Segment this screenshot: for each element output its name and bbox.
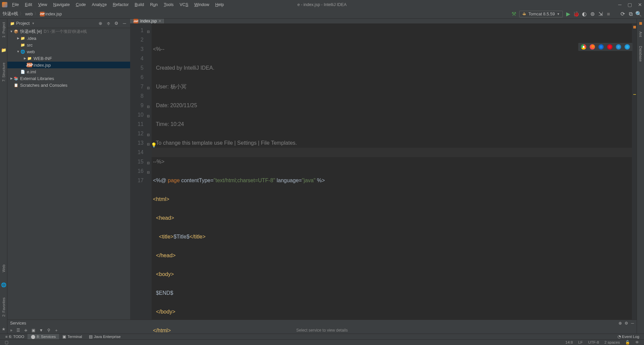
menu-navigate[interactable]: Navigate <box>51 2 72 7</box>
chevron-right-icon[interactable]: ▶ <box>23 57 27 60</box>
run-icon[interactable]: ▶ <box>566 11 571 17</box>
readonly-lock-icon[interactable]: 🔓 <box>623 340 633 345</box>
filter-icon[interactable]: ▼ <box>39 328 43 333</box>
fold-open-icon[interactable]: ⊟ <box>147 112 150 121</box>
tree-row-scratches[interactable]: 📋 Scratches and Consoles <box>7 82 130 88</box>
debug-icon[interactable]: 🐞 <box>574 11 579 17</box>
line-separator[interactable]: LF <box>576 340 585 344</box>
tab-web[interactable]: Web <box>1 263 6 274</box>
expand-icon[interactable]: » <box>10 328 12 333</box>
tree-row-root[interactable]: ▼ 📦 快递e栈 [e] D:\ -第一个项目\快递e栈 <box>7 28 130 35</box>
crumb-root[interactable]: 快递e栈 <box>3 11 18 17</box>
search-icon[interactable]: 🔍 <box>636 11 641 17</box>
gear-icon[interactable]: ⚙ <box>625 321 628 326</box>
group-icon[interactable]: ▣ <box>32 328 35 333</box>
hide-icon[interactable]: ─ <box>631 321 634 326</box>
star-icon[interactable]: ★ <box>1 325 6 334</box>
minimize-icon[interactable]: ─ <box>618 2 622 7</box>
crumb-web[interactable]: web <box>25 12 33 16</box>
coverage-icon[interactable]: ◐ <box>582 11 587 17</box>
inspection-indicator-icon[interactable] <box>639 22 642 25</box>
project-title[interactable]: Project <box>10 21 30 26</box>
run-configuration-dropdown[interactable]: ⛴ Tomcat 8.5.59 ▼ <box>519 11 563 17</box>
caret-position[interactable]: 14:8 <box>563 340 576 344</box>
menu-build[interactable]: Build <box>132 2 147 7</box>
fold-close-icon[interactable]: ⊟ <box>147 158 150 168</box>
fold-open-icon[interactable]: ⊟ <box>147 140 150 149</box>
indent-setting[interactable]: 2 spaces <box>602 340 623 344</box>
chevron-down-icon[interactable]: ▼ <box>32 22 35 25</box>
tree-icon[interactable]: ☰ <box>16 328 20 333</box>
code-area[interactable]: <%-- Created by IntelliJ IDEA. User: 杨小冥… <box>152 24 632 345</box>
chevron-right-icon[interactable]: ▶ <box>9 77 13 80</box>
search-everywhere-icon[interactable]: ⧉ <box>628 11 633 17</box>
chevron-down-icon[interactable]: ▼ <box>16 50 20 53</box>
fold-open-icon[interactable]: ⊟ <box>147 102 150 112</box>
tab-terminal[interactable]: ▣ Terminal <box>59 334 85 339</box>
fold-open-icon[interactable]: ⊟ <box>147 27 150 37</box>
fold-close-icon[interactable]: ⊟ <box>147 168 150 177</box>
warning-marker-icon[interactable] <box>633 94 636 95</box>
ide-status-icon[interactable]: ▢ <box>2 340 11 345</box>
chevron-down-icon[interactable]: ▼ <box>9 30 13 33</box>
tab-database[interactable]: Database <box>638 44 643 64</box>
crumb-file[interactable]: index.jsp <box>45 12 62 16</box>
globe-icon[interactable]: 🌐 <box>0 280 7 289</box>
menu-help[interactable]: Help <box>213 2 227 7</box>
tree-row-indexjsp[interactable]: JSP index.jsp <box>7 62 130 68</box>
profiler-icon[interactable]: ⊚ <box>590 11 595 17</box>
attach-icon[interactable]: ⇲ <box>598 11 603 17</box>
menu-view[interactable]: View <box>36 2 50 7</box>
maximize-icon[interactable]: ▢ <box>628 2 632 7</box>
add-icon[interactable]: ＋ <box>54 328 58 333</box>
expand-all-icon[interactable]: ≑ <box>105 20 111 26</box>
tree-row-webinf[interactable]: ▶ 📁 WEB-INF <box>7 55 130 62</box>
project-tree[interactable]: ▼ 📦 快递e栈 [e] D:\ -第一个项目\快递e栈 ▶ 📁 .idea 📁… <box>7 28 130 320</box>
tree-row-src[interactable]: 📁 src <box>7 42 130 48</box>
gear-icon[interactable]: ⚙ <box>113 20 119 26</box>
chevron-right-icon[interactable]: ▶ <box>16 37 20 40</box>
fold-close-icon[interactable]: ⊟ <box>147 83 150 93</box>
update-icon[interactable]: ⟳ <box>620 11 625 17</box>
tab-project[interactable]: 1: Project <box>1 20 6 40</box>
tree-row-web[interactable]: ▼ 🌐 web <box>7 48 130 55</box>
menu-tools[interactable]: Tools <box>161 2 176 7</box>
file-encoding[interactable]: UTF-8 <box>585 340 602 344</box>
fold-close-icon[interactable]: ⊟ <box>147 130 150 140</box>
tree-row-eiml[interactable]: 📄 e.iml <box>7 68 130 75</box>
stop-icon[interactable]: ■ <box>606 11 611 17</box>
tab-todo[interactable]: ≡ 6: TODO <box>2 334 28 339</box>
menu-vcs[interactable]: VCS <box>177 2 191 7</box>
error-stripe[interactable] <box>632 24 637 345</box>
warning-marker-icon[interactable] <box>633 26 636 28</box>
tab-java-enterprise[interactable]: ▤ Java Enterprise <box>86 334 124 339</box>
folder-icon[interactable]: 📁 <box>0 46 7 55</box>
menu-file[interactable]: File <box>9 2 21 7</box>
tab-ant[interactable]: Ant <box>638 29 643 39</box>
tab-structure[interactable]: 7: Structure <box>1 61 6 84</box>
hammer-build-icon[interactable]: ⚒ <box>511 11 517 17</box>
menu-edit[interactable]: Edit <box>22 2 35 7</box>
menu-run[interactable]: Run <box>147 2 160 7</box>
services-title[interactable]: Services <box>10 321 26 326</box>
menu-refactor[interactable]: Refactor <box>110 2 131 7</box>
tab-favorites[interactable]: 2: Favorites <box>1 295 6 319</box>
close-icon[interactable]: ✕ <box>638 2 642 7</box>
locate-icon[interactable]: ⊕ <box>97 20 103 26</box>
fold-gutter[interactable]: ⊟ ⊟ ⊟ ⊟ ⊟ ⊟ ⊟ ⊟ 💡 <box>146 24 152 345</box>
editor-body[interactable]: 1234567891011121314151617 ⊟ ⊟ ⊟ ⊟ ⊟ ⊟ ⊟ … <box>130 24 637 345</box>
menu-analyze[interactable]: Analyze <box>89 2 109 7</box>
menu-window[interactable]: Window <box>192 2 212 7</box>
locate-icon[interactable]: ⊕ <box>619 321 622 326</box>
close-tab-icon[interactable]: × <box>159 19 161 23</box>
code-text: </body> <box>153 309 175 315</box>
tree-row-extlib[interactable]: ▶ 📚 External Libraries <box>7 75 130 82</box>
editor-tab-indexjsp[interactable]: JSP index.jsp × <box>130 19 165 23</box>
tab-services[interactable]: ⬤ 8: Services <box>28 334 59 339</box>
menu-code[interactable]: Code <box>73 2 89 7</box>
inspection-eye-icon[interactable]: 👁 <box>633 340 642 344</box>
thumbtack-icon[interactable]: ⚲ <box>47 328 50 333</box>
hide-icon[interactable]: ─ <box>121 20 127 26</box>
collapse-icon[interactable]: ≑ <box>24 328 28 333</box>
tree-row-idea[interactable]: ▶ 📁 .idea <box>7 35 130 42</box>
